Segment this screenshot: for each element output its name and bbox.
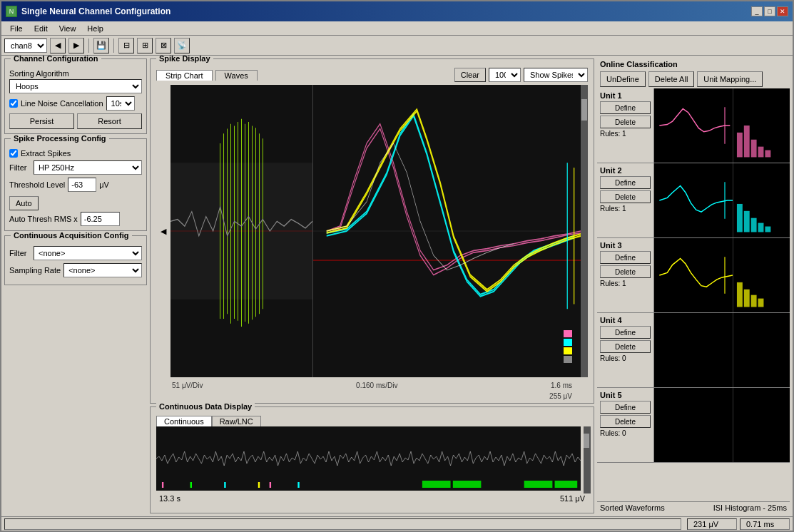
line-noise-combo[interactable]: 10s 5s 20s bbox=[106, 96, 135, 111]
strip-chart-tab[interactable]: Strip Chart bbox=[156, 70, 213, 81]
unit-2-name: Unit 2 bbox=[600, 166, 651, 175]
channel-config-title: Channel Configuration bbox=[11, 56, 101, 63]
layout3-icon[interactable]: ⊠ bbox=[156, 38, 171, 53]
spike-filter-combo[interactable]: HP 250Hz HP 100Hz LP 300Hz None bbox=[34, 160, 142, 175]
cont-filter-label: Filter bbox=[9, 249, 31, 257]
layout2-icon[interactable]: ⊞ bbox=[137, 38, 153, 53]
waves-tab[interactable]: Waves bbox=[215, 70, 258, 81]
arrow-right-icon[interactable]: ▶ bbox=[68, 38, 84, 53]
scrollbar-thumb[interactable] bbox=[581, 99, 587, 121]
svg-rect-41 bbox=[765, 150, 770, 158]
unit-1-info: Unit 1 Define Delete Rules: 1 bbox=[597, 88, 654, 163]
sorting-algo-label: Sorting Algorithm bbox=[9, 69, 142, 78]
unit-4-define-button[interactable]: Define bbox=[600, 326, 651, 339]
svg-rect-24 bbox=[224, 482, 225, 488]
spike-display-title: Spike Display bbox=[156, 56, 213, 63]
svg-rect-31 bbox=[524, 481, 553, 488]
undefine-button[interactable]: UnDefine bbox=[600, 71, 646, 87]
extract-spikes-checkbox[interactable] bbox=[9, 149, 18, 158]
unit-4-info: Unit 4 Define Delete Rules: 0 bbox=[597, 313, 654, 387]
unit-4-delete-button[interactable]: Delete bbox=[600, 340, 651, 353]
toolbar-separator-2 bbox=[113, 39, 114, 53]
chart-scrollbar[interactable] bbox=[581, 85, 588, 377]
channel-selector-group: chan8 bbox=[4, 39, 47, 53]
signal-icon[interactable]: 📡 bbox=[174, 38, 190, 53]
left-panel: Channel Configuration Sorting Algorithm … bbox=[4, 58, 147, 513]
svg-rect-57 bbox=[654, 324, 733, 376]
sampling-rate-row: Sampling Rate <none> 1 kHz 10 kHz 30 kHz bbox=[9, 263, 142, 277]
unit-5-waveform bbox=[654, 388, 733, 462]
unit-3-row: Unit 3 Define Delete Rules: 1 bbox=[597, 238, 790, 313]
continuous-tab[interactable]: Continuous bbox=[156, 416, 212, 426]
save-icon[interactable]: 💾 bbox=[93, 38, 109, 53]
unit-3-waveform bbox=[654, 238, 733, 312]
unit-1-delete-button[interactable]: Delete bbox=[600, 116, 651, 128]
unit-5-row: Unit 5 Define Delete Rules: 0 bbox=[597, 388, 790, 463]
auto-thresh-input[interactable] bbox=[81, 212, 120, 226]
unit-mapping-button[interactable]: Unit Mapping... bbox=[697, 71, 763, 87]
scale-y-label: 51 μV/Div bbox=[172, 382, 203, 389]
unit-2-rules: Rules: 1 bbox=[600, 205, 651, 213]
unit-3-define-button[interactable]: Define bbox=[600, 251, 651, 264]
line-noise-checkbox[interactable] bbox=[9, 99, 18, 108]
menu-bar: File Edit View Help bbox=[1, 21, 793, 36]
legend-cyan bbox=[564, 339, 572, 346]
menu-view[interactable]: View bbox=[54, 24, 82, 34]
unit-2-define-button[interactable]: Define bbox=[600, 176, 651, 189]
unit-3-delete-button[interactable]: Delete bbox=[600, 265, 651, 278]
menu-file[interactable]: File bbox=[4, 24, 29, 34]
sorting-algo-combo[interactable]: Hoops Template K-means bbox=[9, 79, 142, 93]
unit-1-define-button[interactable]: Define bbox=[600, 101, 651, 114]
svg-rect-45 bbox=[737, 204, 743, 232]
menu-help[interactable]: Help bbox=[81, 24, 109, 34]
unit-4-waveform bbox=[654, 313, 733, 387]
unit-5-info: Unit 5 Define Delete Rules: 0 bbox=[597, 388, 654, 462]
channel-config-group: Channel Configuration Sorting Algorithm … bbox=[4, 58, 147, 134]
maximize-button[interactable]: □ bbox=[764, 6, 775, 16]
arrow-left-icon[interactable]: ◀ bbox=[50, 38, 66, 53]
menu-edit[interactable]: Edit bbox=[29, 24, 54, 34]
unit-5-delete-button[interactable]: Delete bbox=[600, 415, 651, 428]
unit-2-delete-button[interactable]: Delete bbox=[600, 190, 651, 203]
svg-rect-27 bbox=[297, 482, 299, 488]
legend-yellow bbox=[564, 347, 572, 354]
close-button[interactable]: ✕ bbox=[777, 6, 788, 16]
clear-button[interactable]: Clear bbox=[454, 68, 486, 82]
threshold-input[interactable] bbox=[68, 178, 96, 192]
continuous-chart-svg bbox=[156, 426, 581, 491]
cont-time-label: 13.3 s bbox=[159, 494, 180, 503]
auto-button[interactable]: Auto bbox=[9, 196, 39, 210]
cont-scrollbar-thumb[interactable] bbox=[584, 434, 589, 448]
unit-3-info: Unit 3 Define Delete Rules: 1 bbox=[597, 238, 654, 312]
spike-count-combo[interactable]: 50 100 200 500 bbox=[489, 68, 521, 82]
chart-scroll-left[interactable]: ◀ bbox=[156, 85, 170, 377]
cont-scrollbar[interactable] bbox=[584, 426, 591, 493]
waves-svg bbox=[313, 85, 581, 377]
unit-4-rules: Rules: 0 bbox=[600, 354, 651, 362]
persist-button[interactable]: Persist bbox=[9, 113, 74, 129]
cont-scale-bar: 13.3 s 511 μV bbox=[153, 493, 591, 503]
svg-rect-23 bbox=[190, 482, 192, 488]
rawlnc-tab[interactable]: Raw/LNC bbox=[212, 416, 261, 426]
spike-show-combo[interactable]: Show Spikes Show All Show None bbox=[524, 68, 588, 82]
unit-4-isi-svg bbox=[733, 313, 790, 387]
extract-spikes-label: Extract Spikes bbox=[21, 149, 71, 158]
sampling-rate-combo[interactable]: <none> 1 kHz 10 kHz 30 kHz bbox=[63, 263, 142, 277]
unit-5-define-button[interactable]: Define bbox=[600, 401, 651, 414]
svg-rect-37 bbox=[737, 133, 743, 158]
units-list: Unit 1 Define Delete Rules: 1 bbox=[597, 88, 790, 501]
resort-button[interactable]: Resort bbox=[77, 113, 142, 129]
cont-filter-combo[interactable]: <none> HP 250Hz LP 300Hz bbox=[34, 246, 142, 260]
channel-combo[interactable]: chan8 bbox=[4, 39, 47, 53]
voltage-max-label: 255 μV bbox=[549, 392, 572, 400]
spike-display-group: Spike Display Strip Chart Waves Clear 50… bbox=[150, 58, 594, 404]
svg-rect-38 bbox=[744, 126, 750, 157]
svg-rect-58 bbox=[733, 315, 790, 386]
layout1-icon[interactable]: ⊟ bbox=[118, 38, 134, 53]
svg-rect-46 bbox=[744, 211, 750, 232]
unit-1-rules: Rules: 1 bbox=[600, 130, 651, 138]
sampling-rate-label: Sampling Rate bbox=[9, 266, 61, 275]
delete-all-button[interactable]: Delete All bbox=[648, 71, 694, 87]
minimize-button[interactable]: _ bbox=[751, 6, 763, 16]
online-class-toolbar: UnDefine Delete All Unit Mapping... bbox=[597, 70, 790, 88]
